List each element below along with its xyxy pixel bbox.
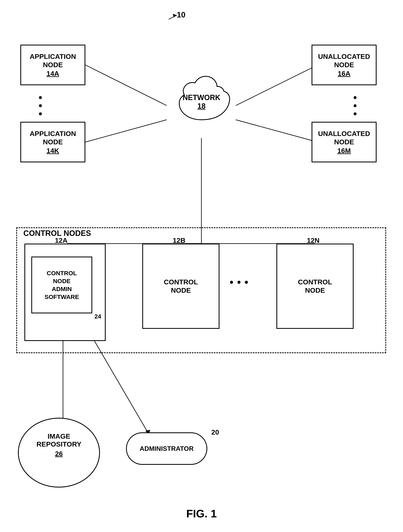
ref-12a: 12A — [55, 236, 67, 244]
app-node-14k-ref: 14K — [46, 147, 59, 155]
image-repo-ref: 26 — [28, 450, 89, 458]
figure-10-ref: 10 — [177, 11, 185, 19]
dots-right: ••• — [353, 93, 357, 118]
svg-line-5 — [236, 120, 318, 142]
network-ref: 18 — [181, 102, 222, 110]
svg-marker-1 — [173, 14, 177, 17]
network-label: NETWORK — [181, 93, 222, 102]
admin-software-box: CONTROL NODE ADMIN SOFTWARE — [31, 257, 92, 313]
ref-12b: 12B — [173, 236, 185, 244]
administrator-ref: 20 — [211, 428, 219, 436]
ref-12n: 12N — [307, 236, 319, 244]
figure-label: FIG. 1 — [186, 507, 217, 520]
control-node-12n: CONTROL NODE — [276, 244, 354, 329]
administrator-label: ADMINISTRATOR — [140, 445, 194, 452]
control-node-12a: CONTROL NODE ADMIN SOFTWARE 24 — [24, 244, 106, 341]
ref-24: 24 — [95, 313, 101, 320]
app-node-14a: APPLICATION NODE 14A — [20, 45, 85, 85]
app-node-14a-ref: 14A — [46, 70, 59, 77]
app-node-14k: APPLICATION NODE 14K — [20, 122, 85, 162]
unalloc-node-16a-label: UNALLOCATED NODE — [318, 52, 370, 69]
svg-line-3 — [85, 120, 167, 142]
control-node-12b: CONTROL NODE — [142, 244, 220, 329]
unalloc-node-16a-ref: 16A — [338, 70, 350, 77]
dots-left: ••• — [39, 93, 43, 118]
unalloc-node-16m-ref: 16M — [337, 147, 351, 155]
svg-line-4 — [236, 65, 318, 106]
control-node-12b-label: CONTROL NODE — [164, 278, 198, 295]
app-node-14k-label: APPLICATION NODE — [30, 129, 76, 146]
image-repository: IMAGE REPOSITORY 26 — [16, 416, 102, 489]
network-cloud: NETWORK 18 — [167, 67, 236, 126]
unalloc-node-16a: UNALLOCATED NODE 16A — [312, 45, 377, 85]
control-node-12n-label: CONTROL NODE — [298, 278, 332, 295]
app-node-14a-label: APPLICATION NODE — [30, 52, 76, 69]
administrator: ADMINISTRATOR — [126, 432, 207, 465]
svg-line-2 — [85, 65, 167, 106]
unalloc-node-16m: UNALLOCATED NODE 16M — [312, 122, 377, 162]
image-repo-label: IMAGE REPOSITORY — [28, 432, 89, 448]
svg-line-0 — [169, 15, 177, 19]
diagram: 10 APPLICATION NODE 14A ••• APPLICATION … — [0, 0, 403, 532]
unalloc-node-16m-label: UNALLOCATED NODE — [318, 129, 370, 146]
dots-control-nodes: • • • — [230, 278, 249, 287]
admin-software-label: CONTROL NODE ADMIN SOFTWARE — [45, 269, 79, 301]
